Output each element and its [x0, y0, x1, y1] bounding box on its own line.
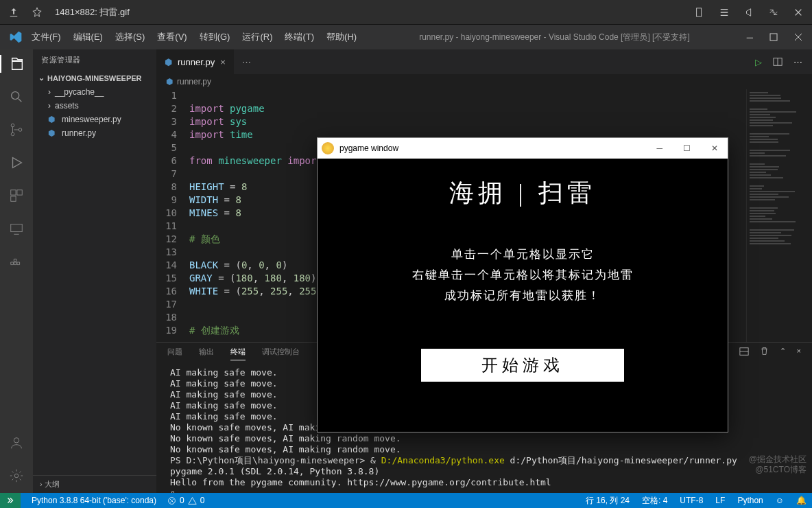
chevron-down-icon: ⌄: [38, 73, 45, 82]
activity-bar: [0, 49, 33, 493]
menu-select[interactable]: 选择(S): [110, 27, 150, 47]
status-eol[interactable]: LF: [715, 495, 725, 507]
new-file-icon[interactable]: [694, 8, 705, 17]
vscode-menubar: 文件(F) 编辑(E) 选择(S) 查看(V) 转到(G) 运行(R) 终端(T…: [0, 25, 812, 49]
remote-indicator[interactable]: [0, 493, 21, 508]
python-file-icon: ⬢: [166, 77, 173, 86]
status-spaces[interactable]: 空格: 4: [642, 495, 667, 507]
game-title: 海拥|扫雷: [449, 176, 595, 210]
close-panel-icon[interactable]: ×: [797, 347, 801, 360]
svg-point-11: [14, 474, 19, 478]
sidebar-folder-pycache[interactable]: ›__pycache__: [33, 85, 156, 99]
pygame-title: pygame window: [339, 143, 398, 153]
upload-icon[interactable]: [8, 8, 19, 17]
source-control-icon[interactable]: [8, 121, 25, 139]
status-encoding[interactable]: UTF-8: [680, 495, 703, 507]
sidebar-file-minesweeper[interactable]: ⬢minesweeper.py: [33, 113, 156, 126]
image-viewer-toolbar: 1481×882: 扫雷.gif: [0, 0, 812, 25]
svg-point-2: [12, 92, 19, 100]
cursor-icon: ↖: [542, 357, 550, 368]
menu-terminal[interactable]: 终端(T): [279, 27, 320, 47]
status-python[interactable]: Python 3.8.8 64-bit ('base': conda): [32, 496, 156, 505]
split-editor-icon[interactable]: [773, 57, 783, 67]
pygame-window: pygame window ─ ☐ ✕ 海拥|扫雷 单击一个单元格以显示它 右键…: [317, 137, 728, 432]
search-icon[interactable]: [8, 88, 25, 106]
list-icon[interactable]: [719, 8, 730, 17]
menu-run[interactable]: 运行(R): [237, 27, 278, 47]
status-problems[interactable]: 0 0: [167, 496, 204, 505]
status-bar: Python 3.8.8 64-bit ('base': conda) 0 0 …: [0, 493, 812, 508]
chevron-right-icon: ›: [48, 87, 51, 97]
line-gutter: 12345678910111213141516171819: [156, 89, 189, 342]
menu-edit[interactable]: 编辑(E): [68, 27, 108, 47]
sidebar-folder-assets[interactable]: ›assets: [33, 99, 156, 113]
watermark: @掘金技术社区 @51CTO博客: [749, 454, 807, 475]
account-icon[interactable]: [8, 434, 25, 452]
minimap[interactable]: [746, 89, 812, 342]
status-lang[interactable]: Python: [737, 495, 763, 507]
start-game-button[interactable]: 开始游戏: [421, 349, 624, 382]
sidebar-root-folder[interactable]: ⌄ HAIYONG-MINESWEEPER: [33, 71, 156, 85]
bell-icon[interactable]: 🔔: [796, 495, 807, 507]
window-title: runner.py - haiyong-minesweeper - Visual…: [363, 32, 745, 43]
menu-file[interactable]: 文件(F): [26, 27, 67, 47]
minimize-icon[interactable]: ─: [656, 143, 662, 153]
chevron-up-icon[interactable]: ⌃: [780, 347, 786, 360]
svg-rect-1: [770, 34, 777, 41]
chevron-right-icon: ›: [48, 101, 51, 111]
pin-icon[interactable]: [32, 8, 43, 17]
menu-go[interactable]: 转到(G): [194, 27, 236, 47]
feedback-icon[interactable]: ☺: [776, 495, 784, 507]
breadcrumb[interactable]: ⬢ runner.py: [156, 74, 812, 89]
trash-icon[interactable]: [760, 347, 769, 360]
menu-help[interactable]: 帮助(H): [321, 27, 362, 47]
remote-icon[interactable]: [8, 220, 25, 238]
python-file-icon: ⬢: [48, 128, 58, 138]
sidebar-outline[interactable]: › 大纲: [33, 475, 156, 493]
run-icon[interactable]: ▷: [755, 57, 762, 67]
sidebar-title: 资源管理器: [33, 49, 156, 71]
minimize-icon[interactable]: ─: [747, 32, 753, 43]
explorer-sidebar: 资源管理器 ⌄ HAIYONG-MINESWEEPER ›__pycache__…: [33, 49, 156, 493]
panel-tab-output[interactable]: 输出: [199, 347, 214, 360]
python-file-icon: ⬢: [165, 57, 172, 67]
more-icon[interactable]: ⋯: [793, 57, 802, 67]
svg-rect-8: [11, 196, 16, 201]
pygame-icon: [322, 142, 334, 154]
close-window-icon[interactable]: [794, 33, 802, 41]
settings-icon[interactable]: [8, 467, 25, 485]
debug-icon[interactable]: [8, 154, 25, 172]
panel-tab-debug[interactable]: 调试控制台: [262, 347, 300, 360]
svg-rect-9: [11, 224, 23, 232]
python-file-icon: ⬢: [48, 115, 58, 124]
layout-icon[interactable]: [739, 347, 749, 360]
vscode-logo-icon: [7, 28, 25, 46]
svg-point-10: [14, 438, 19, 443]
maximize-icon[interactable]: [769, 33, 778, 41]
panel-tab-problems[interactable]: 问题: [167, 347, 182, 360]
svg-rect-0: [697, 8, 702, 16]
close-icon[interactable]: [793, 8, 804, 17]
maximize-icon[interactable]: ☐: [683, 143, 691, 153]
svg-point-4: [11, 132, 14, 136]
expand-icon[interactable]: [768, 8, 779, 17]
svg-rect-7: [17, 190, 22, 195]
menu-view[interactable]: 查看(V): [152, 27, 192, 47]
image-dimensions: 1481×882: 扫雷.gif: [55, 6, 130, 19]
panel-tab-terminal[interactable]: 终端: [230, 347, 246, 360]
tab-runner[interactable]: ⬢ runner.py ×: [156, 49, 234, 74]
status-line-col[interactable]: 行 16, 列 24: [586, 495, 630, 507]
extensions-icon[interactable]: [8, 187, 25, 205]
svg-point-3: [11, 124, 14, 127]
explorer-icon[interactable]: [0, 55, 33, 73]
close-icon[interactable]: ✕: [711, 143, 718, 153]
game-instructions: 单击一个单元格以显示它 右键单击一个单元格以将其标记为地雷 成功标记所有地雷以获…: [412, 244, 634, 306]
svg-point-5: [19, 128, 22, 132]
docker-icon[interactable]: [8, 253, 25, 270]
close-tab-icon[interactable]: ×: [220, 57, 226, 67]
editor-tabs: ⬢ runner.py × ⋯ ▷ ⋯: [156, 49, 812, 74]
share-icon[interactable]: [743, 8, 754, 17]
svg-rect-6: [11, 190, 16, 195]
sidebar-file-runner[interactable]: ⬢runner.py: [33, 126, 156, 140]
